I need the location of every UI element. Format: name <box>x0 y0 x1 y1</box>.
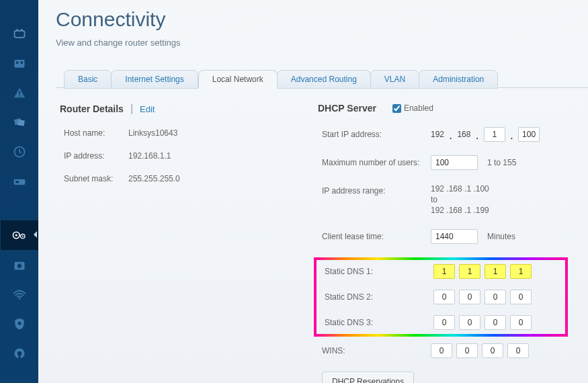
tabbar: Basic Internet Settings Local Network Ad… <box>56 69 588 88</box>
ip-address-label: IP address: <box>64 151 119 161</box>
subnet-mask-label: Subnet mask: <box>64 174 119 183</box>
svg-rect-24 <box>18 355 20 359</box>
subnet-mask-value: 255.255.255.0 <box>128 174 180 183</box>
dns3-a[interactable] <box>433 315 455 330</box>
sidebar-warning-icon[interactable] <box>1 78 38 108</box>
dns1-b[interactable] <box>459 264 480 279</box>
hostname-label: Host name: <box>64 128 119 138</box>
tab-vlan[interactable]: VLAN <box>370 70 419 89</box>
svg-rect-11 <box>13 179 25 185</box>
lease-time-label: Client lease time: <box>322 229 421 241</box>
ip-range-label: IP address range: <box>322 183 421 196</box>
svg-rect-4 <box>16 62 18 64</box>
dns-highlight-box: Static DNS 1: Static DNS 2: <box>314 257 568 337</box>
dhcp-server-heading: DHCP Server <box>318 103 376 114</box>
dns3-b[interactable] <box>459 315 480 330</box>
wins-d[interactable] <box>507 343 529 358</box>
dns1-d[interactable] <box>510 264 532 279</box>
svg-rect-5 <box>20 62 22 64</box>
wins-a[interactable] <box>431 343 452 358</box>
dns2-b[interactable] <box>459 290 480 304</box>
wins-b[interactable] <box>456 343 478 358</box>
dhcp-enabled-checkbox[interactable] <box>392 104 401 113</box>
dhcp-enabled-label: Enabled <box>404 103 433 113</box>
start-ip-octet-3[interactable] <box>484 127 505 142</box>
dns2-d[interactable] <box>510 290 532 304</box>
tab-advanced-routing[interactable]: Advanced Routing <box>277 70 371 89</box>
ip-address-value: 192.168.1.1 <box>128 151 171 161</box>
svg-point-20 <box>18 298 20 300</box>
svg-rect-19 <box>17 265 22 267</box>
wins-label: WINS: <box>322 343 421 355</box>
hostname-value: Linksys10643 <box>128 128 177 138</box>
lease-time-unit: Minutes <box>487 229 515 241</box>
dns1-label: Static DNS 1: <box>325 264 424 276</box>
main-content: Connectivity View and change router sett… <box>38 0 588 383</box>
svg-point-16 <box>22 236 23 237</box>
svg-rect-3 <box>14 60 24 68</box>
dns2-a[interactable] <box>433 290 455 304</box>
start-ip-label: Start IP address: <box>322 127 421 139</box>
page-subtitle: View and change router settings <box>56 38 588 48</box>
svg-point-14 <box>15 234 17 236</box>
sidebar-storage-icon[interactable] <box>1 167 38 196</box>
dns2-label: Static DNS 2: <box>325 290 424 302</box>
tab-local-network[interactable]: Local Network <box>198 70 278 89</box>
dns2-c[interactable] <box>485 290 506 304</box>
sidebar-settings-icon[interactable] <box>1 220 38 250</box>
dhcp-reservations-button[interactable]: DHCP Reservations <box>322 372 414 383</box>
sidebar-cards-icon[interactable] <box>1 108 38 137</box>
wins-c[interactable] <box>482 343 503 358</box>
tab-internet-settings[interactable]: Internet Settings <box>111 70 198 89</box>
svg-rect-6 <box>19 91 20 95</box>
sidebar-wifi-icon[interactable] <box>1 280 38 309</box>
sidebar-opensource-icon[interactable] <box>1 339 38 368</box>
start-ip-octet-4[interactable] <box>518 127 540 142</box>
tab-basic[interactable]: Basic <box>64 70 112 89</box>
sidebar-health-icon[interactable] <box>1 250 38 280</box>
edit-link[interactable]: Edit <box>140 104 155 114</box>
lease-time-input[interactable] <box>431 229 478 244</box>
svg-rect-9 <box>17 120 25 126</box>
svg-point-1 <box>16 29 18 31</box>
dns1-a[interactable] <box>433 264 455 279</box>
left-sidebar <box>0 0 38 383</box>
svg-rect-12 <box>15 181 19 183</box>
sidebar-clock-icon[interactable] <box>1 137 38 167</box>
svg-rect-0 <box>14 31 24 38</box>
ip-range-value: 192 .168 .1 .100 to 192 .168 .1 .199 <box>431 183 489 216</box>
page-title: Connectivity <box>56 8 588 31</box>
svg-rect-7 <box>19 95 20 97</box>
sidebar-dashboard-icon[interactable] <box>1 19 38 48</box>
max-users-input[interactable] <box>431 155 478 170</box>
svg-point-21 <box>17 322 21 325</box>
tab-administration[interactable]: Administration <box>419 70 498 89</box>
dns3-label: Static DNS 3: <box>325 315 424 327</box>
sidebar-apps-icon[interactable] <box>1 48 38 78</box>
dns3-d[interactable] <box>510 315 532 330</box>
max-users-hint: 1 to 155 <box>487 155 516 167</box>
router-details-heading: Router Details <box>60 103 124 114</box>
dns3-c[interactable] <box>485 315 506 330</box>
sidebar-security-icon[interactable] <box>1 309 38 339</box>
svg-point-2 <box>21 29 23 31</box>
max-users-label: Maximum number of users: <box>322 155 421 167</box>
dns1-c[interactable] <box>485 264 506 279</box>
